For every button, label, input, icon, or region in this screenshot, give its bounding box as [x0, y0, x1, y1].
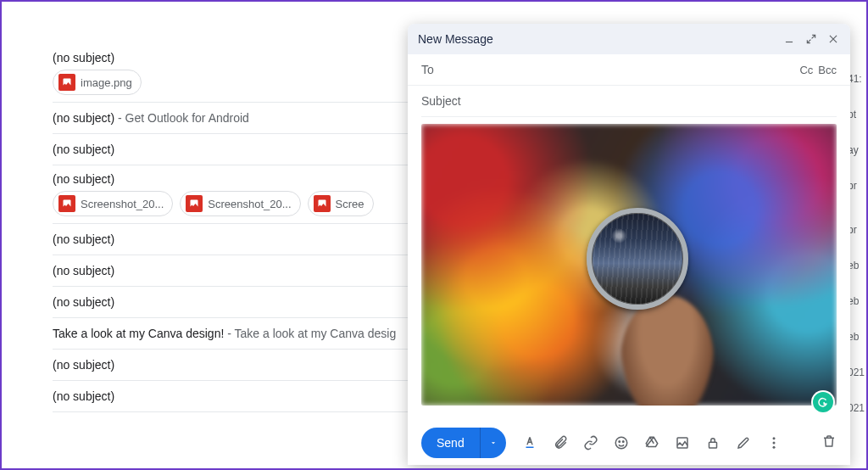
- email-snippet: - Take a look at my Canva desig: [224, 327, 396, 340]
- send-button-group: Send: [421, 428, 506, 458]
- svg-point-9: [772, 446, 775, 449]
- date-fragment: pt: [848, 97, 866, 124]
- date-fragment: eb: [848, 319, 866, 346]
- attachment-chip[interactable]: Screenshot_20...: [53, 191, 173, 216]
- svg-rect-6: [709, 442, 716, 448]
- more-options-icon[interactable]: [765, 434, 782, 451]
- insert-emoji-icon[interactable]: [613, 434, 630, 451]
- fullscreen-icon[interactable]: [804, 32, 818, 46]
- email-subject: (no subject): [53, 264, 114, 277]
- svg-rect-1: [526, 447, 533, 449]
- image-attachment-icon: [58, 74, 75, 91]
- subject-field-row[interactable]: Subject: [421, 86, 837, 117]
- inline-image[interactable]: [421, 124, 837, 406]
- email-subject: (no subject): [53, 389, 114, 403]
- image-attachment-icon: [314, 195, 331, 212]
- date-fragment: [848, 204, 866, 212]
- compose-toolbar: Send: [408, 421, 850, 465]
- email-subject: Take a look at my Canva design!: [53, 327, 224, 340]
- attachment-name: Screenshot_20...: [81, 198, 164, 210]
- date-fragment: pr: [848, 212, 866, 239]
- email-subject: (no subject): [53, 111, 114, 125]
- formatting-options-icon[interactable]: [521, 434, 538, 451]
- right-date-strip: 41:ptayprprebebeb021021: [848, 2, 866, 468]
- insert-drive-icon[interactable]: [643, 434, 660, 451]
- attachment-name: Screenshot_20...: [208, 198, 291, 210]
- attachment-name: Scree: [336, 198, 364, 210]
- attachment-name: image.png: [81, 76, 132, 89]
- email-snippet: - Get Outlook for Android: [114, 111, 249, 125]
- compose-body[interactable]: [408, 117, 850, 421]
- image-attachment-icon: [58, 195, 75, 212]
- to-field-row[interactable]: To Cc Bcc: [408, 54, 850, 86]
- svg-point-7: [772, 437, 775, 439]
- date-fragment: [848, 124, 866, 132]
- image-attachment-icon: [186, 195, 203, 212]
- cc-bcc-controls: Cc Bcc: [799, 64, 837, 76]
- insert-photo-icon[interactable]: [674, 434, 691, 451]
- attachment-chip[interactable]: Scree: [308, 191, 374, 216]
- to-label: To: [421, 63, 799, 76]
- discard-draft-icon[interactable]: [821, 434, 837, 452]
- svg-point-2: [615, 437, 627, 449]
- compose-title: New Message: [418, 32, 782, 46]
- close-icon[interactable]: [826, 32, 840, 46]
- date-fragment: [848, 346, 866, 355]
- compose-window: New Message To Cc Bcc Subject: [408, 24, 850, 465]
- formatting-toolbar: [521, 434, 782, 451]
- send-button[interactable]: Send: [421, 428, 480, 458]
- grammarly-badge[interactable]: [813, 392, 833, 412]
- date-fragment: eb: [848, 283, 866, 311]
- email-subject: (no subject): [53, 358, 114, 372]
- bcc-button[interactable]: Bcc: [818, 64, 837, 76]
- date-fragment: 41:: [848, 61, 866, 88]
- date-fragment: ay: [848, 132, 866, 159]
- email-subject: (no subject): [53, 143, 114, 156]
- date-fragment: pr: [848, 168, 866, 195]
- date-fragment: 021: [848, 390, 866, 417]
- compose-header-controls: [782, 32, 840, 46]
- svg-point-4: [622, 441, 624, 443]
- date-fragment: eb: [848, 248, 866, 275]
- svg-point-8: [772, 442, 775, 445]
- insert-link-icon[interactable]: [582, 434, 599, 451]
- date-fragment: [848, 275, 866, 283]
- date-fragment: 021: [848, 355, 866, 382]
- minimize-icon[interactable]: [782, 32, 796, 46]
- attachment-chip[interactable]: image.png: [53, 70, 142, 95]
- date-fragment: [848, 88, 866, 97]
- cc-button[interactable]: Cc: [799, 64, 813, 76]
- svg-point-3: [619, 441, 620, 443]
- date-fragment: [848, 311, 866, 319]
- email-subject: (no subject): [53, 295, 114, 309]
- date-fragment: [848, 239, 866, 248]
- date-fragment: [848, 195, 866, 204]
- email-subject: (no subject): [53, 51, 114, 64]
- date-fragment: [848, 159, 866, 168]
- email-subject: (no subject): [53, 172, 114, 186]
- attach-file-icon[interactable]: [552, 434, 569, 451]
- subject-placeholder: Subject: [421, 94, 461, 108]
- attachment-chip[interactable]: Screenshot_20...: [180, 191, 300, 216]
- confidential-mode-icon[interactable]: [704, 434, 721, 451]
- send-options-button[interactable]: [480, 428, 506, 458]
- compose-header: New Message: [408, 24, 850, 54]
- date-fragment: [848, 382, 866, 390]
- svg-rect-0: [786, 42, 793, 42]
- insert-signature-icon[interactable]: [735, 434, 752, 451]
- email-subject: (no subject): [53, 232, 114, 246]
